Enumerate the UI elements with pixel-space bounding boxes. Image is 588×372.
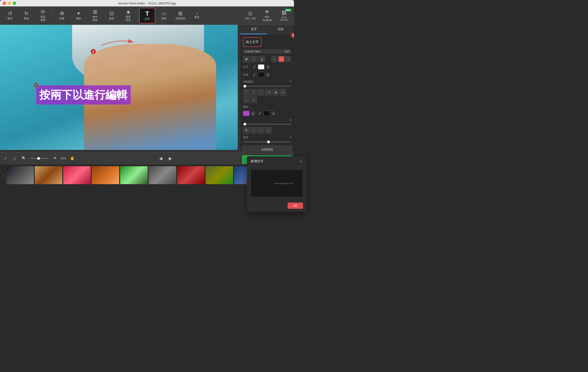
tab-text[interactable]: 文字 <box>240 25 267 34</box>
view-original-button[interactable]: 👁 檢視 原始影像 <box>259 8 275 23</box>
horizontal-scrollbar[interactable] <box>0 150 238 152</box>
color-picker-icon: 🖊 <box>253 65 256 69</box>
angle-value: 0 <box>290 136 291 139</box>
add-text-button[interactable]: 加入文字 <box>243 37 261 47</box>
zoom-slider[interactable] <box>30 158 49 159</box>
undo-button[interactable]: ↺ 復原 <box>2 8 18 23</box>
filmstrip-thumb-5[interactable] <box>120 166 148 184</box>
text-trapezoid-btn[interactable]: ⌂ <box>265 127 272 133</box>
edit-tools: ⚙ 調整 ✦ 修飾 ⊞ 物件 移除 ⊡ 裁剪 ◈ 變更 背景 <box>54 8 136 23</box>
close-button[interactable] <box>3 2 6 5</box>
zoom-1-1-button[interactable]: 1:1 <box>11 156 17 161</box>
more-label: 更多 <box>194 16 199 19</box>
insert-tools: T 文字 ▭ 邊框 ⊞ 去除雜訊 ▾ 更多 <box>139 8 205 23</box>
filmstrip-thumb-1[interactable] <box>6 166 34 184</box>
zoom-thumb[interactable] <box>37 157 40 160</box>
align-mid-left-btn[interactable]: ⊣ <box>265 89 272 95</box>
align-bot-left-btn[interactable]: ⌞ <box>243 96 250 103</box>
text-element-content: 按兩下以進行編輯 <box>39 88 127 102</box>
border-color-swatch[interactable] <box>258 72 264 77</box>
align-center-btn[interactable]: ⊕ <box>273 89 279 95</box>
align-right-button[interactable]: ≡ <box>285 56 291 62</box>
view-original-label: 檢視 原始影像 <box>262 15 272 22</box>
zoom-out-button[interactable]: 🔍 <box>20 155 28 161</box>
text-arch-btn[interactable]: ⌢ <box>250 127 257 133</box>
maximize-button[interactable] <box>13 2 16 5</box>
before-after-button[interactable]: ⊡ 之前 / 之後 <box>242 8 258 23</box>
border-width-thumb[interactable] <box>243 85 246 88</box>
change-bg-button[interactable]: ◈ 變更 背景 <box>120 8 136 23</box>
align-top-center-btn[interactable]: ⊤ <box>250 89 257 95</box>
hand-tool-button[interactable]: ✋ <box>69 155 76 161</box>
filmstrip-thumb-3[interactable] <box>63 166 91 184</box>
underline-button[interactable]: U <box>259 56 265 62</box>
align-mid-right-btn[interactable]: ⊢ <box>280 89 286 95</box>
align-bot-center-btn[interactable]: ⊥ <box>250 96 257 103</box>
italic-button[interactable]: I <box>251 56 258 62</box>
zoom-in-button[interactable]: 🔎 <box>52 156 58 161</box>
filmstrip-prev[interactable]: ‹ <box>2 173 5 178</box>
bold-button[interactable]: B <box>243 56 250 62</box>
tab-decorate[interactable]: 裝飾 <box>267 25 294 34</box>
text-color-row: 文字： 🖊 ▾ <box>243 64 291 69</box>
decorate-button[interactable]: ✦ 修飾 <box>71 8 87 23</box>
filmstrip-thumb-2[interactable] <box>35 166 62 184</box>
border-width-value: 0 <box>290 80 291 83</box>
text-color-dropdown[interactable]: ▾ <box>266 65 270 69</box>
frame-dark-dropdown[interactable]: ▾ <box>272 111 275 115</box>
denoise-button[interactable]: ⊞ 去除雜訊 <box>172 8 188 23</box>
text-color-swatch[interactable] <box>258 64 264 69</box>
more-button[interactable]: ▾ 更多 <box>189 8 205 23</box>
undo-icon: ↺ <box>8 11 12 16</box>
align-left-button[interactable]: ≡ <box>272 56 277 62</box>
angle-label: 角度： <box>243 136 251 139</box>
redo-button[interactable]: ↻ 重做 <box>18 8 34 23</box>
border-width-label: 外框寬度： <box>243 80 256 83</box>
font-selector[interactable]: Courier New 319 <box>243 50 291 53</box>
frame-color-swatch-dark[interactable] <box>263 111 270 116</box>
filmstrip-thumb-7[interactable] <box>177 166 205 184</box>
crop-button[interactable]: ⊡ 裁剪 <box>104 8 120 23</box>
minimize-button[interactable] <box>8 2 11 5</box>
fullscreen-button[interactable]: ⤢ <box>3 155 9 161</box>
next-button[interactable]: ▶ <box>167 155 174 162</box>
text-button[interactable]: T 文字 <box>139 8 155 23</box>
prev-button[interactable]: ◀ <box>157 155 164 162</box>
align-center-button[interactable]: ≡ <box>278 56 284 62</box>
text-wave-btn[interactable]: ⌿ <box>258 127 264 133</box>
crop-icon: ⊡ <box>110 11 114 16</box>
align-top-left-btn[interactable]: ⌜ <box>243 89 250 95</box>
align-top-right-btn[interactable]: ⌝ <box>258 89 264 95</box>
angle-slider-thumb[interactable] <box>267 141 270 143</box>
border-color-dropdown[interactable]: ▾ <box>266 73 270 77</box>
font-name: Courier New <box>245 50 284 53</box>
canvas-area[interactable]: ✕ 按兩下以進行編輯 1 <box>0 25 240 152</box>
history-tools: ↺ 復原 ↻ 重做 ⟳ 還原 變更 <box>2 8 51 23</box>
text-element-close[interactable]: ✕ <box>33 83 39 88</box>
adjust-button[interactable]: ⚙ 調整 <box>54 8 70 23</box>
border-width-slider[interactable] <box>243 86 291 87</box>
frame-slider-thumb[interactable] <box>243 123 246 126</box>
angle-slider[interactable] <box>243 142 291 142</box>
remove-object-button[interactable]: ⊞ 物件 移除 <box>87 8 103 23</box>
remove-object-icon: ⊞ <box>93 10 97 14</box>
frame-button[interactable]: ▭ 邊框 <box>156 8 172 23</box>
frame-section: 框架： <box>243 105 291 109</box>
text-element[interactable]: ✕ 按兩下以進行編輯 <box>36 85 131 105</box>
filmstrip-thumb-6[interactable] <box>149 166 176 184</box>
frame-label: 框架： <box>243 105 251 109</box>
vertical-scrollbar[interactable] <box>238 25 240 152</box>
angle-section: 角度： 0 <box>243 136 291 139</box>
text-size-btn[interactable]: Ⅱ <box>243 127 250 133</box>
filmstrip-thumb-8[interactable] <box>206 166 233 184</box>
frame-color-dropdown[interactable]: ▾ <box>251 111 255 115</box>
frame-slider[interactable] <box>243 124 291 125</box>
photo-manager-button[interactable]: 🖼 Photo Manager New <box>276 8 292 23</box>
revert-button[interactable]: ⟳ 還原 變更 <box>35 8 51 23</box>
filmstrip-thumb-4[interactable] <box>92 166 119 184</box>
remove-all-button[interactable]: 全部移除 <box>242 145 292 154</box>
separator-2 <box>137 10 138 21</box>
add-text-dialog[interactable]: 新增文字 × OK <box>247 156 294 186</box>
frame-color-swatch-purple[interactable] <box>243 111 250 116</box>
annotation-badge-2: 2 <box>291 33 294 38</box>
